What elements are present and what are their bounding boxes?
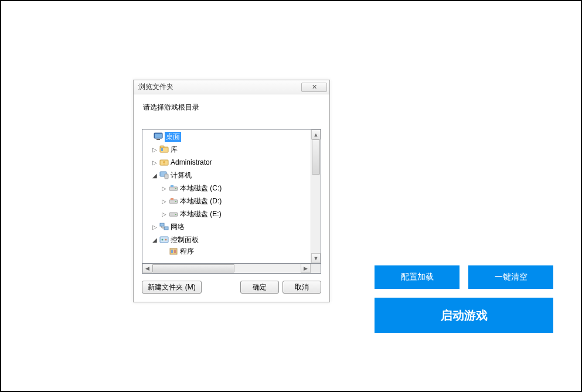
programs-icon (168, 247, 179, 256)
network-icon (159, 222, 169, 231)
dialog-titlebar[interactable]: 浏览文件夹 ✕ (134, 80, 329, 94)
user-folder-icon (159, 158, 169, 167)
computer-icon (159, 171, 169, 180)
expand-icon[interactable]: ▷ (151, 159, 159, 166)
collapse-icon[interactable]: ◢ (151, 237, 159, 243)
svg-point-7 (163, 161, 165, 163)
scroll-down-button[interactable]: ▼ (311, 253, 321, 263)
dialog-title: 浏览文件夹 (138, 82, 173, 92)
tree-item-network[interactable]: ▷ 网络 (142, 220, 311, 233)
svg-point-11 (175, 188, 176, 189)
scroll-thumb[interactable] (312, 139, 320, 175)
svg-rect-4 (160, 146, 164, 148)
dialog-body: 请选择游戏根目录 桌面 ▷ 库 (134, 94, 329, 302)
tree-item-drive-e[interactable]: ▷ 本地磁盘 (E:) (142, 207, 311, 220)
svg-rect-18 (160, 223, 164, 226)
folder-tree: 桌面 ▷ 库 ▷ Administrator (142, 129, 321, 264)
new-folder-button[interactable]: 新建文件夹 (M) (142, 281, 202, 294)
right-panel: 配置加载 一键清空 启动游戏 (375, 265, 553, 333)
libraries-icon (159, 145, 169, 154)
tree-item-desktop[interactable]: 桌面 (142, 130, 311, 143)
browse-folder-dialog: 浏览文件夹 ✕ 请选择游戏根目录 桌面 ▷ (133, 80, 330, 302)
collapse-icon[interactable]: ◢ (151, 172, 159, 179)
monitor-icon (153, 132, 164, 141)
right-panel-row: 配置加载 一键清空 (375, 265, 553, 289)
tree-item-label: 网络 (171, 222, 185, 232)
tree-item-label: Administrator (171, 158, 212, 166)
tree-item-label: 本地磁盘 (E:) (180, 209, 222, 219)
tree-item-label: 本地磁盘 (D:) (180, 196, 222, 206)
svg-rect-2 (156, 139, 160, 140)
expand-icon[interactable]: ▷ (160, 185, 168, 192)
scroll-left-button[interactable]: ◀ (142, 264, 152, 273)
control-panel-icon (159, 235, 169, 244)
launch-game-button[interactable]: 启动游戏 (375, 298, 553, 333)
tree-item-drive-c[interactable]: ▷ 本地磁盘 (C:) (142, 182, 311, 195)
svg-rect-1 (155, 134, 162, 138)
tree-item-label: 程序 (180, 247, 194, 257)
scrollbar-corner (311, 264, 321, 273)
tree-item-libraries[interactable]: ▷ 库 (142, 143, 311, 156)
tree-item-drive-d[interactable]: ▷ 本地磁盘 (D:) (142, 195, 311, 207)
expand-icon[interactable]: ▷ (151, 146, 159, 153)
tree-item-label: 桌面 (165, 132, 181, 142)
vertical-scrollbar[interactable]: ▲ ▼ (311, 129, 321, 263)
scroll-track[interactable] (152, 264, 301, 273)
drive-icon (168, 209, 179, 219)
tree-item-label: 计算机 (171, 171, 192, 180)
expand-icon[interactable]: ▷ (151, 224, 159, 230)
tree-item-control-panel[interactable]: ◢ 控制面板 (142, 233, 311, 246)
drive-icon (168, 183, 179, 193)
expand-icon[interactable]: ▷ (160, 211, 168, 217)
tree-item-programs[interactable]: 程序 (142, 246, 311, 257)
close-button[interactable]: ✕ (301, 83, 327, 92)
scroll-up-button[interactable]: ▲ (311, 129, 321, 139)
tree-item-user[interactable]: ▷ Administrator (142, 156, 311, 169)
tree-viewport[interactable]: 桌面 ▷ 库 ▷ Administrator (142, 129, 311, 263)
scroll-track[interactable] (311, 139, 321, 253)
tree-item-label: 控制面板 (171, 235, 199, 245)
svg-rect-25 (174, 250, 176, 253)
dialog-button-bar: 新建文件夹 (M) 确定 取消 (142, 281, 321, 294)
scroll-right-button[interactable]: ▶ (301, 264, 311, 273)
svg-point-17 (175, 214, 176, 215)
svg-point-21 (162, 239, 164, 241)
expand-icon[interactable]: ▷ (160, 198, 168, 204)
svg-rect-20 (160, 237, 168, 243)
svg-rect-9 (165, 174, 168, 179)
tree-item-label: 本地磁盘 (C:) (180, 183, 222, 193)
svg-rect-15 (171, 198, 173, 200)
svg-rect-12 (171, 185, 173, 187)
svg-rect-19 (164, 227, 168, 230)
tree-item-label: 库 (171, 145, 178, 155)
drive-icon (168, 196, 179, 206)
svg-rect-5 (161, 148, 163, 151)
svg-point-14 (175, 201, 176, 202)
scroll-thumb[interactable] (152, 264, 234, 272)
horizontal-scrollbar[interactable]: ◀ ▶ (142, 264, 321, 274)
tree-item-computer[interactable]: ◢ 计算机 (142, 169, 311, 182)
config-load-button[interactable]: 配置加载 (375, 265, 460, 289)
clear-all-button[interactable]: 一键清空 (468, 265, 553, 289)
ok-button[interactable]: 确定 (240, 281, 279, 294)
application-window: 配置加载 一键清空 启动游戏 浏览文件夹 ✕ 请选择游戏根目录 桌面 (0, 0, 582, 392)
cancel-button[interactable]: 取消 (283, 281, 321, 294)
dialog-prompt: 请选择游戏根目录 (142, 103, 321, 113)
svg-rect-23 (170, 248, 177, 254)
svg-point-22 (165, 239, 167, 241)
svg-rect-24 (171, 250, 173, 253)
